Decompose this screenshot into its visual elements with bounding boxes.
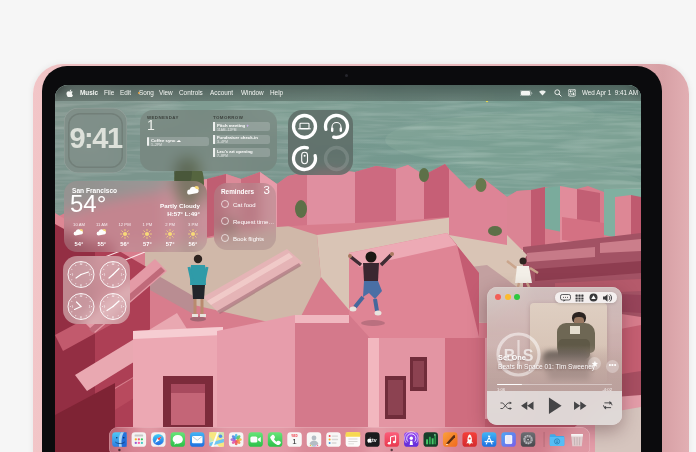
svg-text:1: 1 [292, 437, 297, 446]
svg-text:tv: tv [372, 437, 377, 443]
